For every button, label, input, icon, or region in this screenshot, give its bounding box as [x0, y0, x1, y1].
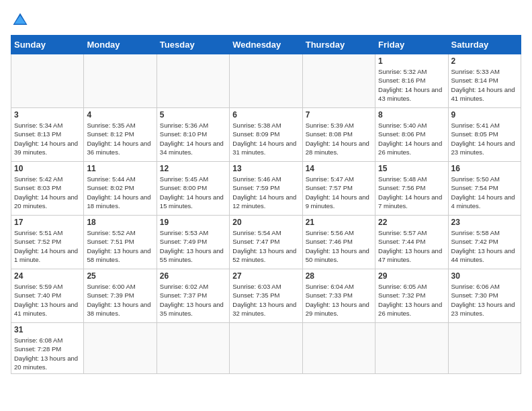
- day-number: 8: [378, 110, 445, 120]
- calendar-cell: 5Sunrise: 5:36 AM Sunset: 8:10 PM Daylig…: [157, 108, 229, 162]
- calendar-week-row: 24Sunrise: 5:59 AM Sunset: 7:40 PM Dayli…: [11, 269, 521, 323]
- calendar-cell: 8Sunrise: 5:40 AM Sunset: 8:06 PM Daylig…: [375, 108, 448, 162]
- calendar-cell: [11, 54, 84, 108]
- day-number: 23: [451, 218, 518, 227]
- calendar-cell: 12Sunrise: 5:45 AM Sunset: 8:00 PM Dayli…: [157, 162, 229, 216]
- day-number: 7: [306, 110, 372, 120]
- calendar-cell: 13Sunrise: 5:46 AM Sunset: 7:59 PM Dayli…: [230, 162, 302, 216]
- calendar-week-row: 10Sunrise: 5:42 AM Sunset: 8:03 PM Dayli…: [11, 162, 521, 216]
- calendar-cell: 25Sunrise: 6:00 AM Sunset: 7:39 PM Dayli…: [84, 269, 157, 323]
- calendar-cell: [157, 54, 229, 108]
- day-number: 25: [87, 271, 153, 281]
- calendar-cell: 24Sunrise: 5:59 AM Sunset: 7:40 PM Dayli…: [11, 269, 84, 323]
- day-info: Sunrise: 6:00 AM Sunset: 7:39 PM Dayligh…: [87, 282, 153, 318]
- calendar-cell: [230, 323, 302, 374]
- day-number: 5: [160, 110, 226, 120]
- calendar-cell: [302, 323, 375, 374]
- calendar-cell: 21Sunrise: 5:56 AM Sunset: 7:46 PM Dayli…: [302, 216, 375, 269]
- day-number: 2: [451, 56, 518, 66]
- calendar-cell: 17Sunrise: 5:51 AM Sunset: 7:52 PM Dayli…: [11, 216, 84, 269]
- day-info: Sunrise: 6:02 AM Sunset: 7:37 PM Dayligh…: [160, 282, 226, 318]
- calendar-cell: 19Sunrise: 5:53 AM Sunset: 7:49 PM Dayli…: [157, 216, 229, 269]
- day-number: 26: [160, 271, 226, 281]
- day-info: Sunrise: 5:50 AM Sunset: 7:54 PM Dayligh…: [451, 175, 518, 210]
- day-number: 28: [306, 271, 372, 281]
- calendar-cell: 18Sunrise: 5:52 AM Sunset: 7:51 PM Dayli…: [84, 216, 157, 269]
- day-info: Sunrise: 5:46 AM Sunset: 7:59 PM Dayligh…: [232, 175, 299, 210]
- day-info: Sunrise: 5:42 AM Sunset: 8:03 PM Dayligh…: [14, 175, 81, 210]
- day-info: Sunrise: 5:48 AM Sunset: 7:56 PM Dayligh…: [378, 175, 445, 210]
- calendar-cell: [84, 323, 157, 374]
- day-number: 22: [378, 218, 445, 227]
- calendar-cell: 9Sunrise: 5:41 AM Sunset: 8:05 PM Daylig…: [448, 108, 521, 162]
- day-info: Sunrise: 5:53 AM Sunset: 7:49 PM Dayligh…: [160, 228, 226, 264]
- calendar-cell: 27Sunrise: 6:03 AM Sunset: 7:35 PM Dayli…: [230, 269, 302, 323]
- day-number: 10: [14, 164, 81, 173]
- calendar-cell: 6Sunrise: 5:38 AM Sunset: 8:09 PM Daylig…: [230, 108, 302, 162]
- calendar-cell: 26Sunrise: 6:02 AM Sunset: 7:37 PM Dayli…: [157, 269, 229, 323]
- day-info: Sunrise: 5:47 AM Sunset: 7:57 PM Dayligh…: [306, 175, 372, 210]
- day-info: Sunrise: 5:56 AM Sunset: 7:46 PM Dayligh…: [306, 228, 372, 264]
- day-number: 9: [451, 110, 518, 120]
- weekday-header-tuesday: Tuesday: [157, 36, 229, 54]
- day-number: 31: [14, 325, 81, 334]
- calendar-cell: [448, 323, 521, 374]
- day-info: Sunrise: 5:57 AM Sunset: 7:44 PM Dayligh…: [378, 228, 445, 264]
- day-info: Sunrise: 5:36 AM Sunset: 8:10 PM Dayligh…: [160, 121, 226, 156]
- day-number: 11: [87, 164, 153, 173]
- calendar-cell: [84, 54, 157, 108]
- calendar-cell: [375, 323, 448, 374]
- calendar-table: SundayMondayTuesdayWednesdayThursdayFrid…: [11, 35, 521, 374]
- calendar-week-row: 17Sunrise: 5:51 AM Sunset: 7:52 PM Dayli…: [11, 216, 521, 269]
- calendar-cell: 15Sunrise: 5:48 AM Sunset: 7:56 PM Dayli…: [375, 162, 448, 216]
- logo-icon: [11, 11, 30, 30]
- calendar-cell: 14Sunrise: 5:47 AM Sunset: 7:57 PM Dayli…: [302, 162, 375, 216]
- day-info: Sunrise: 5:58 AM Sunset: 7:42 PM Dayligh…: [451, 228, 518, 264]
- day-number: 19: [160, 218, 226, 227]
- calendar-cell: 22Sunrise: 5:57 AM Sunset: 7:44 PM Dayli…: [375, 216, 448, 269]
- day-number: 14: [306, 164, 372, 173]
- calendar-week-row: 3Sunrise: 5:34 AM Sunset: 8:13 PM Daylig…: [11, 108, 521, 162]
- day-info: Sunrise: 5:44 AM Sunset: 8:02 PM Dayligh…: [87, 175, 153, 210]
- day-number: 21: [306, 218, 372, 227]
- calendar-week-row: 1Sunrise: 5:32 AM Sunset: 8:16 PM Daylig…: [11, 54, 521, 108]
- calendar-cell: 30Sunrise: 6:06 AM Sunset: 7:30 PM Dayli…: [448, 269, 521, 323]
- day-number: 4: [87, 110, 153, 120]
- weekday-header-sunday: Sunday: [11, 36, 84, 54]
- day-info: Sunrise: 5:41 AM Sunset: 8:05 PM Dayligh…: [451, 121, 518, 156]
- day-info: Sunrise: 5:40 AM Sunset: 8:06 PM Dayligh…: [378, 121, 445, 156]
- calendar-cell: 3Sunrise: 5:34 AM Sunset: 8:13 PM Daylig…: [11, 108, 84, 162]
- calendar-cell: 20Sunrise: 5:54 AM Sunset: 7:47 PM Dayli…: [230, 216, 302, 269]
- header: [11, 11, 521, 30]
- day-number: 6: [232, 110, 299, 120]
- day-number: 15: [378, 164, 445, 173]
- day-info: Sunrise: 5:34 AM Sunset: 8:13 PM Dayligh…: [14, 121, 81, 156]
- day-number: 18: [87, 218, 153, 227]
- calendar-cell: 16Sunrise: 5:50 AM Sunset: 7:54 PM Dayli…: [448, 162, 521, 216]
- day-info: Sunrise: 5:38 AM Sunset: 8:09 PM Dayligh…: [232, 121, 299, 156]
- calendar-week-row: 31Sunrise: 6:08 AM Sunset: 7:28 PM Dayli…: [11, 323, 521, 374]
- day-number: 29: [378, 271, 445, 281]
- page-container: SundayMondayTuesdayWednesdayThursdayFrid…: [11, 11, 521, 374]
- day-info: Sunrise: 6:06 AM Sunset: 7:30 PM Dayligh…: [451, 282, 518, 318]
- day-info: Sunrise: 5:54 AM Sunset: 7:47 PM Dayligh…: [232, 228, 299, 264]
- calendar-cell: 23Sunrise: 5:58 AM Sunset: 7:42 PM Dayli…: [448, 216, 521, 269]
- day-info: Sunrise: 6:05 AM Sunset: 7:32 PM Dayligh…: [378, 282, 445, 318]
- weekday-header-thursday: Thursday: [302, 36, 375, 54]
- day-number: 12: [160, 164, 226, 173]
- day-info: Sunrise: 5:33 AM Sunset: 8:14 PM Dayligh…: [451, 67, 518, 103]
- calendar-cell: [157, 323, 229, 374]
- day-info: Sunrise: 5:52 AM Sunset: 7:51 PM Dayligh…: [87, 228, 153, 264]
- calendar-cell: 4Sunrise: 5:35 AM Sunset: 8:12 PM Daylig…: [84, 108, 157, 162]
- day-number: 20: [232, 218, 299, 227]
- day-number: 27: [232, 271, 299, 281]
- calendar-cell: 10Sunrise: 5:42 AM Sunset: 8:03 PM Dayli…: [11, 162, 84, 216]
- day-info: Sunrise: 5:45 AM Sunset: 8:00 PM Dayligh…: [160, 175, 226, 210]
- day-number: 13: [232, 164, 299, 173]
- calendar-cell: 11Sunrise: 5:44 AM Sunset: 8:02 PM Dayli…: [84, 162, 157, 216]
- day-number: 1: [378, 56, 445, 66]
- day-info: Sunrise: 6:08 AM Sunset: 7:28 PM Dayligh…: [14, 336, 81, 371]
- calendar-cell: 31Sunrise: 6:08 AM Sunset: 7:28 PM Dayli…: [11, 323, 84, 374]
- day-info: Sunrise: 5:59 AM Sunset: 7:40 PM Dayligh…: [14, 282, 81, 318]
- day-number: 3: [14, 110, 81, 120]
